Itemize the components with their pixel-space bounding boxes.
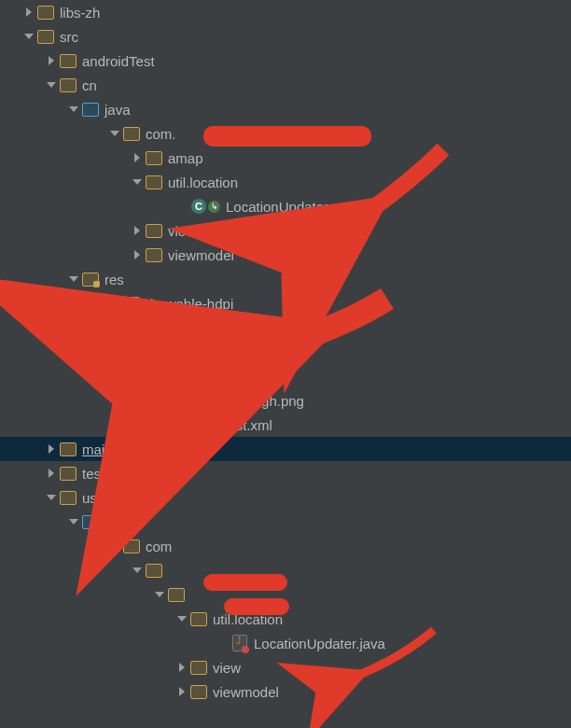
overlay-icon: ↳ [208,201,220,213]
folder-icon [190,610,207,627]
tree-row[interactable]: view [0,218,571,243]
tree-label: LocationUpdater [226,199,328,215]
tree-row[interactable]: res [0,267,571,291]
folder-icon [60,465,77,482]
tree-row[interactable]: test [0,461,571,485]
folder-icon [146,246,162,263]
indent [0,570,131,571]
tree-label: amap [168,150,203,166]
tree-label: drawable-hdpi [146,296,233,312]
annotation-arrow-1 [355,145,448,229]
folder-icon [60,77,77,93]
folder-icon [60,489,77,506]
folder-icon [168,586,185,603]
tree-arrow-down[interactable] [175,612,188,625]
tree-arrow-right[interactable] [131,248,144,261]
tree-row[interactable]: viewmodel [0,243,571,267]
tree-label: amap_end.png [187,344,280,360]
indent [0,643,216,644]
folder-icon [37,28,54,45]
tree-row[interactable]: cn [0,73,571,97]
xml-file-icon [123,416,140,433]
indent [0,231,131,231]
tree-row[interactable]: src [0,24,571,49]
tree-label: cn [82,77,97,93]
indent [0,182,131,183]
tree-row[interactable]: libs-zh [0,0,571,24]
tree-label: us [82,490,97,506]
tree-arrow-down[interactable] [108,539,121,553]
tree-row[interactable]: androidTest [0,49,571,73]
tree-arrow-right[interactable] [45,467,58,480]
tree-label: main [82,441,113,457]
tree-row[interactable]: LocationUpdater.java [0,631,571,655]
folder-icon [146,174,162,190]
tree-row[interactable]: java [0,510,571,534]
tree-row[interactable]: viewmodel [0,679,571,704]
tree-arrow-right[interactable] [131,224,144,237]
tree-row[interactable]: com [0,534,571,558]
tree-arrow-down[interactable] [67,273,80,286]
tree-arrow-right[interactable] [45,442,58,455]
folder-icon [190,659,207,676]
tree-arrow-none [149,394,162,407]
tree-label: util.location [168,175,238,190]
tree-label: com [146,539,172,554]
folder-icon [60,52,77,69]
indent [0,400,149,401]
tree-arrow-right[interactable] [45,54,58,67]
folder-icon [123,538,140,554]
tree-arrow-down[interactable] [45,491,58,504]
tree-label: androidTest [82,53,155,69]
tree-label: src [60,29,78,45]
tree-arrow-right[interactable] [22,6,35,19]
tree-arrow-none [149,345,162,358]
tree-arrow-down[interactable] [153,588,166,601]
annotation-arrow-2 [285,294,397,378]
tree-row[interactable]: main [0,437,571,461]
tree-row[interactable]: util.location [0,170,571,194]
folder-icon [37,4,54,21]
folder-icon [146,562,162,579]
tree-row[interactable]: view [0,655,571,679]
redaction-scribble [203,574,287,591]
indent [0,109,67,110]
image-file-icon [164,392,181,409]
tree-arrow-down[interactable] [67,103,80,116]
tree-arrow-none [216,637,230,650]
tree-label: res [104,272,124,287]
tree-label: java [104,514,131,530]
redaction-scribble [224,598,289,615]
tree-label: amap_start.png [187,369,284,385]
image-file-icon [164,343,181,360]
tree-arrow-down[interactable] [131,175,144,189]
tree-arrow-down[interactable] [22,30,35,43]
folder-icon [123,295,140,312]
tree-arrow-down[interactable] [45,78,58,91]
source-folder-icon [82,513,99,530]
tree-label: viewmodel [168,247,234,263]
tree-row[interactable]: us [0,485,571,510]
tree-row[interactable]: AndroidManifest.xml [0,413,571,437]
tree-arrow-down[interactable] [67,515,80,528]
indent [0,133,108,134]
tree-label: test [82,466,104,482]
class-icon: C [190,198,207,215]
tree-row[interactable]: C↳LocationUpdater [0,194,571,218]
tree-arrow-down[interactable] [108,297,121,310]
indent [0,36,22,37]
tree-label: view [213,660,241,676]
tree-label: AndroidManifest.xml [146,417,272,433]
indent [0,279,67,280]
tree-row[interactable]: java [0,97,571,121]
tree-arrow-right[interactable] [175,685,188,698]
tree-arrow-down[interactable] [108,127,121,140]
tree-arrow-down[interactable] [131,564,144,577]
tree-arrow-right[interactable] [175,661,188,674]
tree-row[interactable]: amap [0,146,571,170]
indent [0,12,22,13]
tree-arrow-right[interactable] [131,151,144,164]
annotation-arrow-3 [345,625,448,691]
tree-label: viewmodel [213,684,279,700]
indent [0,328,149,329]
